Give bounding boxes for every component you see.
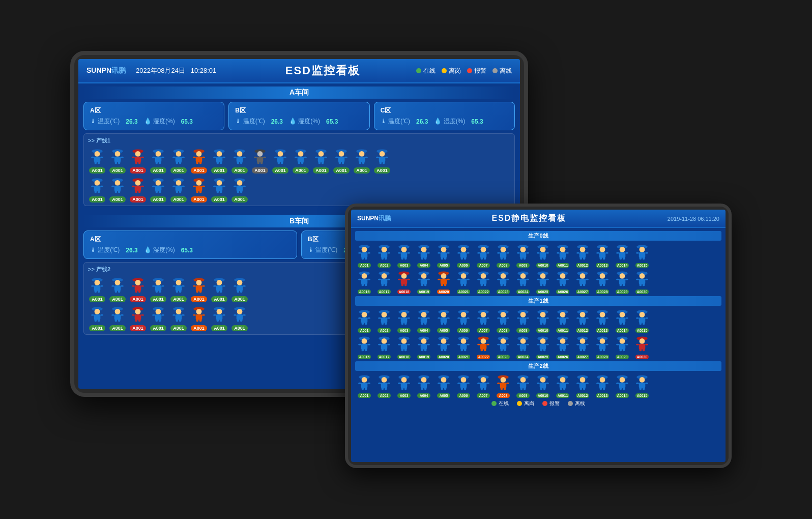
worker-icon <box>514 307 532 328</box>
worker-badge: A001 <box>191 196 207 203</box>
worker-icon <box>230 275 249 296</box>
svg-rect-167 <box>202 186 205 187</box>
small-datetime: 2019-11-28 06:11:20 <box>668 216 719 222</box>
svg-rect-388 <box>540 257 543 260</box>
svg-rect-111 <box>365 157 367 158</box>
svg-rect-427 <box>639 252 646 258</box>
svg-rect-675 <box>361 344 368 350</box>
svg-rect-228 <box>196 290 199 293</box>
worker-item: A0022 <box>474 334 492 359</box>
svg-rect-207 <box>141 285 143 287</box>
worker-icon <box>494 307 512 328</box>
svg-rect-779 <box>619 344 626 350</box>
worker-item: A004 <box>415 307 433 333</box>
svg-point-658 <box>620 312 625 318</box>
worker-item: A007 <box>474 242 492 268</box>
svg-rect-71 <box>263 157 266 158</box>
worker-badge: A0015 <box>635 328 649 333</box>
worker-icon <box>169 304 188 325</box>
legend-alarm: 报警 <box>467 67 486 75</box>
worker-icon <box>474 242 492 263</box>
worker-badge: A001 <box>191 325 207 331</box>
worker-icon <box>355 334 373 354</box>
svg-rect-93 <box>322 161 324 164</box>
worker-icon <box>573 372 592 393</box>
svg-rect-372 <box>501 257 503 260</box>
svg-rect-859 <box>520 383 527 388</box>
svg-rect-79 <box>283 157 286 158</box>
svg-rect-879 <box>566 383 568 384</box>
svg-rect-876 <box>560 387 563 390</box>
worker-badge: A001 <box>170 296 187 302</box>
svg-rect-492 <box>501 283 503 286</box>
svg-point-18 <box>135 151 141 157</box>
svg-rect-398 <box>557 252 559 254</box>
worker-item: A001 <box>149 147 167 174</box>
svg-rect-900 <box>620 387 622 390</box>
svg-rect-403 <box>579 252 586 258</box>
svg-point-386 <box>540 247 546 252</box>
worker-item: A0021 <box>454 269 473 294</box>
svg-point-754 <box>560 338 566 344</box>
svg-rect-247 <box>243 285 245 287</box>
worker-badge: A0021 <box>457 290 470 294</box>
svg-rect-300 <box>217 319 219 322</box>
worker-item: A005 <box>434 307 453 333</box>
svg-rect-503 <box>526 279 529 280</box>
svg-rect-461 <box>424 283 427 286</box>
svg-rect-701 <box>424 349 427 351</box>
svg-rect-318 <box>358 252 361 254</box>
svg-rect-805 <box>385 387 387 390</box>
svg-rect-566 <box>378 318 381 319</box>
worker-badge: A0023 <box>497 290 510 294</box>
worker-badge: A001 <box>109 167 126 174</box>
svg-rect-335 <box>407 252 410 254</box>
worker-badge: A0027 <box>576 290 589 294</box>
worker-icon <box>474 307 492 328</box>
svg-rect-812 <box>401 387 404 390</box>
svg-point-90 <box>318 151 324 157</box>
svg-rect-387 <box>540 252 546 258</box>
worker-item: A006 <box>454 242 473 268</box>
svg-rect-35 <box>176 157 182 162</box>
svg-rect-855 <box>506 383 509 384</box>
small-brand: SUNPN讯鹏 <box>357 214 391 223</box>
prod-line-2: 生产2线 A001 <box>355 361 721 398</box>
worker-item: A0011 <box>554 242 572 268</box>
svg-rect-622 <box>517 318 519 319</box>
small-lines: 生产0线 A001 <box>351 228 726 410</box>
svg-rect-399 <box>566 252 568 254</box>
svg-rect-604 <box>481 322 483 325</box>
svg-rect-878 <box>557 383 559 384</box>
svg-rect-141 <box>138 190 141 193</box>
svg-rect-670 <box>636 318 639 319</box>
zone-a: A区 🌡 温度(℃) 26.3 💧 湿度(%) 65.3 <box>83 102 224 130</box>
svg-point-770 <box>600 338 605 344</box>
svg-rect-67 <box>257 157 264 162</box>
svg-rect-77 <box>281 161 283 164</box>
svg-rect-477 <box>464 283 467 286</box>
svg-point-594 <box>461 312 467 318</box>
worker-item: A0014 <box>613 372 631 398</box>
worker-item: A0026 <box>554 269 572 294</box>
worker-item: A001 <box>108 176 127 203</box>
worker-item: A0017 <box>375 269 393 294</box>
svg-rect-340 <box>421 257 424 260</box>
worker-badge: A004 <box>417 393 430 398</box>
worker-badge: A005 <box>437 328 450 333</box>
svg-rect-91 <box>318 157 325 162</box>
svg-rect-14 <box>111 157 114 158</box>
svg-rect-548 <box>640 283 642 286</box>
worker-badge: A003 <box>397 393 411 398</box>
svg-rect-843 <box>480 383 487 388</box>
svg-rect-475 <box>460 279 467 284</box>
worker-item: A0011 <box>554 372 572 398</box>
svg-rect-343 <box>427 252 429 254</box>
worker-icon <box>593 307 612 328</box>
worker-item: A0013 <box>593 372 612 398</box>
status-legend: 在线 离岗 报警 离线 <box>416 67 512 75</box>
zone-b: B区 🌡 温度(℃) 26.3 💧 湿度(%) 65.3 <box>228 102 369 130</box>
worker-badge: A001 <box>89 296 105 302</box>
svg-rect-891 <box>599 383 606 388</box>
worker-icon <box>494 269 512 289</box>
